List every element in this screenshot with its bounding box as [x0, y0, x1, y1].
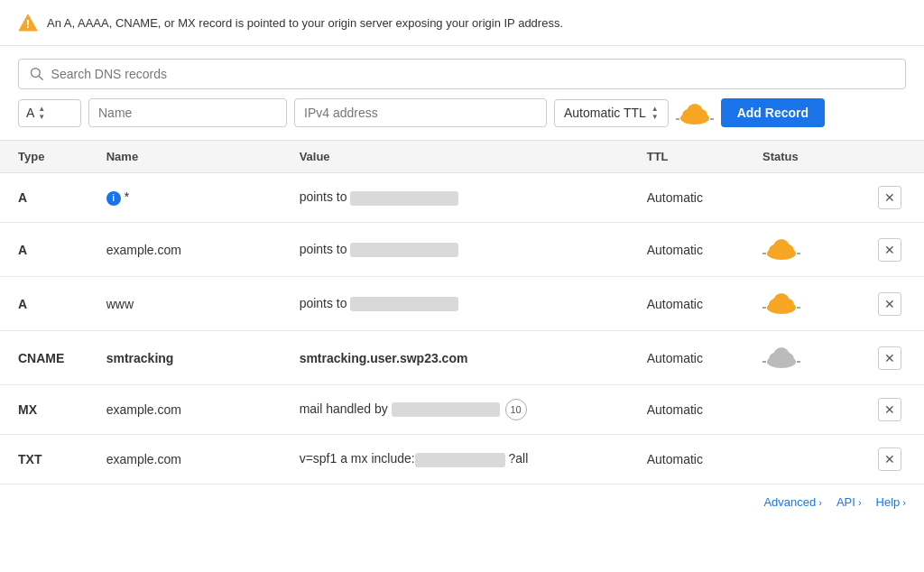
delete-button[interactable]: ✕: [878, 398, 901, 421]
type-label: A: [26, 106, 34, 120]
cell-name: i*: [88, 173, 282, 223]
table-row: CNAMEsmtrackingsmtracking.user.swp23.com…: [0, 331, 924, 385]
col-header-action: [860, 141, 924, 173]
col-header-name: Name: [88, 141, 282, 173]
cell-value: points to: [282, 277, 629, 331]
svg-point-19: [773, 293, 790, 309]
cell-value: v=spf1 a mx include: ?all: [282, 435, 629, 484]
svg-text:!: !: [26, 17, 30, 31]
proxy-cloud-icon: [676, 100, 714, 125]
delete-button[interactable]: ✕: [878, 186, 901, 209]
name-input[interactable]: [88, 98, 287, 127]
cell-action: ✕: [860, 173, 924, 223]
cell-ttl: Automatic: [629, 435, 744, 484]
cloud-orange-icon: [762, 290, 800, 315]
cell-status: [744, 331, 860, 385]
svg-point-7: [687, 104, 703, 120]
advanced-chevron-icon: ›: [818, 497, 822, 508]
cell-value: points to: [282, 173, 629, 223]
table-row: MXexample.commail handled by 10Automatic…: [0, 385, 924, 435]
cell-value: smtracking.user.swp23.com: [282, 331, 629, 385]
search-icon: [30, 67, 44, 81]
cell-ttl: Automatic: [629, 385, 744, 435]
delete-button[interactable]: ✕: [878, 292, 901, 316]
col-header-ttl: TTL: [629, 141, 744, 173]
dns-table: Type Name Value TTL Status Ai*points to …: [0, 140, 924, 484]
cell-ttl: Automatic: [629, 223, 744, 277]
search-bar-wrap: [0, 46, 924, 98]
cell-name: www: [88, 277, 282, 331]
cell-status: [744, 277, 860, 331]
cell-name: smtracking: [88, 331, 282, 385]
cell-type: CNAME: [0, 331, 88, 385]
svg-point-13: [773, 239, 790, 255]
col-header-value: Value: [282, 141, 629, 173]
svg-point-25: [773, 347, 790, 364]
cloud-grey-icon: [762, 344, 800, 369]
api-chevron-icon: ›: [858, 497, 862, 508]
cell-type: A: [0, 277, 88, 331]
type-arrows: ▲ ▼: [38, 106, 45, 121]
cell-status: [744, 223, 860, 277]
blurred-value: [350, 243, 458, 257]
cell-name: example.com: [88, 385, 282, 435]
search-input[interactable]: [51, 67, 894, 81]
cell-action: ✕: [860, 331, 924, 385]
search-bar: [18, 59, 906, 89]
warning-banner: ! An A, AAAA, CNAME, or MX record is poi…: [0, 0, 924, 46]
cell-action: ✕: [860, 223, 924, 277]
cell-type: A: [0, 223, 88, 277]
advanced-link[interactable]: Advanced ›: [763, 495, 822, 509]
cell-ttl: Automatic: [629, 331, 744, 385]
cname-name: smtracking: [106, 351, 174, 365]
table-row: Aexample.compoints to Automatic ✕: [0, 223, 924, 277]
cell-value: mail handled by 10: [282, 385, 629, 435]
mx-priority-badge: 10: [505, 399, 527, 420]
blurred-value: [392, 402, 500, 417]
cell-type: TXT: [0, 435, 88, 484]
delete-button[interactable]: ✕: [878, 238, 901, 262]
api-link[interactable]: API ›: [836, 495, 862, 509]
table-row: Ai*points to Automatic✕: [0, 173, 924, 223]
ttl-arrows: ▲ ▼: [651, 106, 659, 121]
footer-links: Advanced › API › Help ›: [0, 484, 924, 520]
warning-icon: !: [18, 13, 38, 32]
warning-text: An A, AAAA, CNAME, or MX record is point…: [47, 16, 563, 30]
cell-status: [744, 435, 860, 484]
table-row: Awwwpoints to Automatic ✕: [0, 277, 924, 331]
ttl-select[interactable]: Automatic TTL ▲ ▼: [554, 99, 669, 127]
blurred-value: [350, 191, 458, 206]
cell-type: MX: [0, 385, 88, 435]
info-icon: i: [106, 191, 121, 206]
main-container: ! An A, AAAA, CNAME, or MX record is poi…: [0, 0, 924, 572]
table-header: Type Name Value TTL Status: [0, 141, 924, 173]
delete-button[interactable]: ✕: [878, 447, 901, 471]
type-select[interactable]: A ▲ ▼: [18, 99, 81, 127]
table-row: TXTexample.comv=spf1 a mx include: ?allA…: [0, 435, 924, 484]
cell-ttl: Automatic: [629, 277, 744, 331]
help-chevron-icon: ›: [902, 497, 906, 508]
col-header-type: Type: [0, 141, 88, 173]
cell-ttl: Automatic: [629, 173, 744, 223]
table-body: Ai*points to Automatic✕Aexample.compoint…: [0, 173, 924, 484]
cell-type: A: [0, 173, 88, 223]
cell-action: ✕: [860, 385, 924, 435]
cell-name: example.com: [88, 223, 282, 277]
add-record-row: A ▲ ▼ Automatic TTL ▲ ▼ Add Record: [0, 98, 924, 140]
svg-line-3: [39, 76, 42, 79]
help-link[interactable]: Help ›: [876, 495, 906, 509]
value-input[interactable]: [294, 98, 547, 127]
cell-action: ✕: [860, 435, 924, 484]
cell-value: points to: [282, 223, 629, 277]
cloud-orange-icon: [762, 235, 800, 261]
cell-action: ✕: [860, 277, 924, 331]
add-record-button[interactable]: Add Record: [721, 98, 825, 127]
cell-status: [744, 385, 860, 435]
ttl-label: Automatic TTL: [564, 106, 646, 120]
cell-status: [744, 173, 860, 223]
cname-value: smtracking.user.swp23.com: [300, 351, 468, 365]
delete-button[interactable]: ✕: [878, 346, 901, 370]
blurred-value: [415, 453, 505, 467]
cell-name: example.com: [88, 435, 282, 484]
col-header-status: Status: [744, 141, 860, 173]
